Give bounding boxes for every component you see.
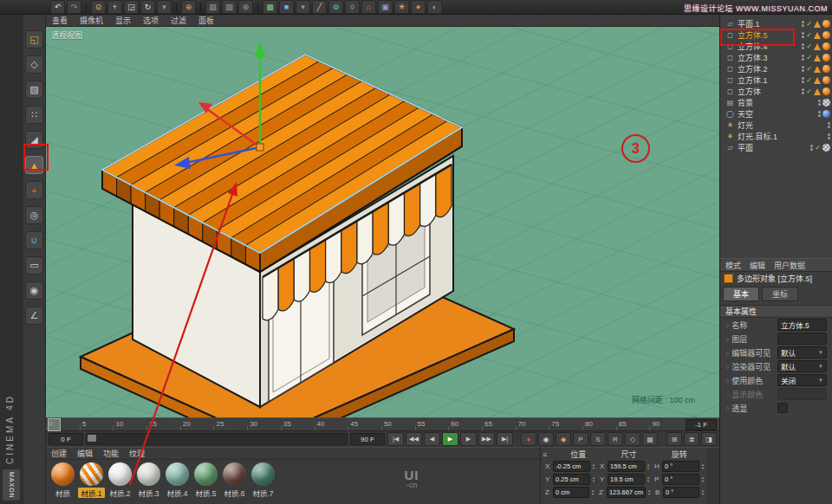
object-row[interactable]: ▱平面.1✓ [720,18,832,29]
selection-tag-icon[interactable] [814,55,821,61]
stepper-arrows[interactable]: ▲▼ [647,489,651,496]
stepper-arrows[interactable]: ▲▼ [701,476,705,483]
play-button[interactable]: ▶ [442,432,458,446]
render-view-icon[interactable]: ▧ [205,0,220,14]
material-menu-item[interactable]: 功能 [103,448,119,459]
edge-mode-icon[interactable]: ◢ [25,131,43,149]
record-scale-icon[interactable]: S [590,432,606,446]
material-orange-tag-icon[interactable] [822,54,830,61]
coordinate-field[interactable]: 0 ° [663,487,699,498]
viewport-menu-item[interactable]: 面板 [192,15,220,26]
undo-icon[interactable]: ↶ [50,0,65,14]
material-menu-item[interactable]: 创建 [51,448,67,459]
timeline-playhead[interactable] [48,418,61,431]
attribute-field[interactable] [777,388,827,400]
material-menu-item[interactable]: 纹理 [129,448,145,459]
lock-workplane-icon[interactable]: ◉ [25,281,43,300]
snap-icon[interactable]: ∪ [25,231,43,249]
animation-dot-icon[interactable]: ○ [725,350,729,356]
environment-icon[interactable]: ◐ [427,0,442,14]
material-checker-tag-icon[interactable] [822,144,830,152]
material-menu-item[interactable]: 编辑 [77,448,93,459]
tab-基本[interactable]: 基本 [723,287,759,301]
editor-visibility-dot[interactable] [802,32,804,35]
attribute-checkbox[interactable] [777,403,788,413]
frame-range-slider[interactable] [86,433,348,445]
workplane-icon[interactable]: ▭ [25,256,43,275]
move-tool-icon[interactable]: + [107,0,122,14]
redo-icon[interactable]: ↷ [67,0,81,14]
material-sphere[interactable] [51,462,75,486]
selection-tag-icon[interactable] [814,77,821,84]
layout-grid-icon[interactable]: ⊞ [666,432,682,446]
record-pla-icon[interactable]: ▦ [642,432,658,446]
material-checker-tag-icon[interactable] [822,99,830,107]
editor-visibility-dot[interactable] [828,122,830,125]
render-visibility-dot[interactable] [802,69,804,72]
enabled-check-icon[interactable]: ✓ [806,65,812,73]
material-blue-tag-icon[interactable] [822,110,830,118]
render-picture-viewer-icon[interactable]: ▨ [222,0,237,14]
object-row[interactable]: ◻立方体.4✓ [720,41,832,52]
tab-坐标[interactable]: 坐标 [762,287,798,301]
next-frame-button[interactable]: ▶ [460,432,477,446]
material-sphere[interactable] [137,462,160,486]
enabled-check-icon[interactable]: ✓ [806,76,812,84]
material-orange-tag-icon[interactable] [822,65,830,73]
material-sphere[interactable] [251,462,275,486]
autokey-icon[interactable]: ◉ [538,432,554,446]
visibility-dots[interactable] [828,122,830,128]
attribute-menu-item[interactable]: 用户数据 [774,260,805,271]
object-row[interactable]: ▱平面✓ [720,142,832,153]
object-row[interactable]: ◯天空 [720,108,832,120]
visibility-dots[interactable] [810,145,813,151]
coordinate-field[interactable]: -0.25 cm [553,461,590,472]
object-row[interactable]: ◻立方体.5✓ [720,29,832,41]
stepper-down-icon[interactable]: ▼ [592,467,595,470]
enabled-check-icon[interactable]: ✓ [806,31,812,39]
stepper-down-icon[interactable]: ▼ [701,493,705,496]
render-visibility-dot[interactable] [802,92,804,94]
editor-visibility-dot[interactable] [810,145,813,147]
camera-icon[interactable]: ▣ [378,0,393,14]
material-swatch[interactable]: 材质.1 [77,460,106,498]
attribute-field[interactable] [777,333,827,345]
stepper-down-icon[interactable]: ▼ [647,480,650,483]
material-swatch[interactable]: 材质.3 [134,460,163,498]
selection-tag-icon[interactable] [814,21,821,28]
material-orange-tag-icon[interactable] [822,76,830,84]
stepper-down-icon[interactable]: ▼ [701,480,705,483]
enabled-check-icon[interactable]: ✓ [815,144,821,152]
keyframe-selection-icon[interactable]: ◆ [556,432,571,446]
coordinate-field[interactable]: 0 ° [662,474,699,485]
editor-visibility-dot[interactable] [802,55,804,57]
editor-visibility-dot[interactable] [802,88,804,91]
material-sphere[interactable] [80,462,103,486]
viewport-menu-item[interactable]: 选项 [137,15,165,26]
visibility-dots[interactable] [802,32,804,38]
viewport-menu-item[interactable]: 摄像机 [74,15,109,26]
visibility-dots[interactable] [802,88,804,94]
attribute-field[interactable]: 关闭▼ [777,374,827,386]
object-row[interactable]: ◻立方体.2✓ [720,63,832,74]
goto-end-button[interactable]: ▶| [497,432,513,446]
object-row[interactable]: ✳灯光.目标.1 [720,131,832,142]
stepper-down-icon[interactable]: ▼ [701,467,705,470]
render-settings-icon[interactable]: ⊛ [238,0,253,14]
visibility-dots[interactable] [802,43,804,49]
object-row[interactable]: ▤背景 [720,97,832,108]
live-selection-icon[interactable]: ⊙ [91,0,106,14]
viewport-menu-item[interactable]: 查看 [46,15,74,26]
attribute-menu-item[interactable]: 模式 [725,260,741,271]
render-visibility-dot[interactable] [802,81,804,83]
visibility-dots[interactable] [802,77,804,83]
coordinate-field[interactable]: 123.667 cm [607,487,646,498]
render-visibility-dot[interactable] [802,24,804,27]
render-visibility-dot[interactable] [828,126,830,128]
subdivision-surface-icon[interactable]: ▩ [263,0,277,14]
animation-dot-icon[interactable]: ○ [725,336,729,342]
editor-visibility-dot[interactable] [802,21,804,23]
visibility-dots[interactable] [802,21,804,27]
viewport-menu-item[interactable]: 显示 [109,15,137,26]
stepper-arrows[interactable]: ▲▼ [592,463,595,470]
